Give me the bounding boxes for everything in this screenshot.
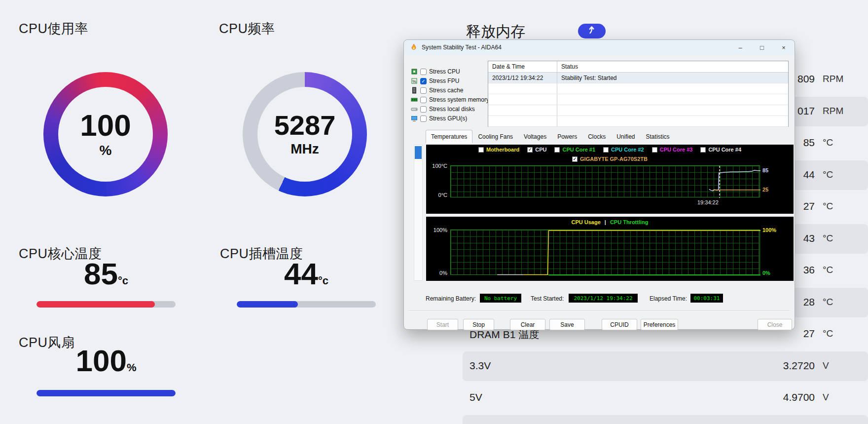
cpu-socket-temp-value: 44 [284,257,318,291]
legend-checkbox[interactable]: ✓ [572,156,578,162]
stress-checkbox[interactable]: ✓ [420,78,427,84]
sensor-unit: °C [823,201,833,212]
graph-scrollbar-thumb[interactable] [415,146,422,159]
cache-chip-icon [411,87,418,94]
cpu-freq-value: 5287 [274,112,336,139]
cpu-socket-temp-unit: °c [318,274,328,287]
log-row-empty [488,83,788,94]
stress-option: Stress CPU [411,67,460,76]
clear-button[interactable]: Clear [510,319,545,330]
series-line [709,170,760,191]
aida64-window: System Stability Test - AIDA64 –□× Stres… [403,39,795,330]
cpu-usage-gauge-text: 100 % [43,72,168,196]
close-button: Close [758,319,792,330]
stress-option: Stress local disks [411,105,475,114]
temp-axis-top: 100°C [432,163,447,169]
log-row[interactable]: 2023/1/12 19:34:22Stability Test: Starte… [488,73,788,83]
log-col-status[interactable]: Status [557,61,788,72]
stop-button[interactable]: Stop [463,319,494,330]
stress-checkbox[interactable] [420,69,427,75]
cpu-freq-gauge: 5287 MHz [243,72,367,196]
minimize-button[interactable]: – [729,40,751,55]
svg-text:%: % [412,79,416,84]
sensor-row [463,415,868,424]
legend-label: CPU Core #2 [611,147,644,153]
window-controls: –□× [729,40,795,55]
legend-checkbox[interactable] [478,147,484,153]
stress-option: Stress GPU(s) [411,114,467,123]
sensor-unit: °C [823,137,833,148]
stress-label: Stress local disks [429,106,475,113]
gpu-monitor-icon [411,115,418,122]
status-label: Elapsed Time: [650,295,687,302]
tab-cooling-fans[interactable]: Cooling Fans [472,131,518,143]
sensor-label: 3.3V [470,360,491,372]
temp-right-label: 25 [762,187,768,193]
legend-checkbox[interactable]: ✓ [527,147,533,153]
legend-label: Motherboard [486,147,519,153]
gpu-legend: ✓GIGABYTE GP-AG70S2TB [426,156,794,162]
log-date: 2023/1/12 19:34:22 [488,73,557,83]
temperature-graph-panel: Motherboard✓CPUCPU Core #1CPU Core #2CPU… [426,145,794,214]
cpu-core-temp-unit: °c [118,274,128,287]
log-table: Date & Time Status 2023/1/12 19:34:22Sta… [488,61,789,127]
cpu-socket-temp-bar-fill [237,301,298,308]
sensor-value: 28 [803,296,815,308]
status-label: Remaining Battery: [426,295,476,302]
tab-voltages[interactable]: Voltages [518,131,552,143]
legend-checkbox[interactable] [554,147,560,153]
usage-graph-title: CPU Usage|CPU Throttling [426,219,794,225]
window-title: System Stability Test - AIDA64 [422,44,502,51]
cpu-socket-temp-value-wrap: 44°c [237,259,376,289]
tab-powers[interactable]: Powers [552,131,582,143]
cpu-fan-bar-fill [36,390,176,396]
legend-checkbox[interactable] [603,147,609,153]
memory-release-button[interactable] [578,24,606,39]
log-row-empty [488,116,788,127]
log-status: Stability Test: Started [557,73,788,83]
log-col-date[interactable]: Date & Time [488,61,557,72]
save-button[interactable]: Save [549,319,585,330]
usage-title-part: CPU Throttling [610,219,649,225]
stress-checkbox[interactable] [420,116,427,122]
cpu-freq-title: CPU频率 [219,20,275,38]
sensor-value: 36 [803,264,815,276]
sensor-unit: °C [823,265,833,275]
legend-label: CPU Core #3 [660,147,693,153]
sensor-unit: RPM [823,74,843,84]
legend-checkbox[interactable] [700,147,706,153]
tab-temperatures[interactable]: Temperatures [426,130,472,143]
sensor-unit: V [823,360,829,371]
memory-release-title: 释放内存 [466,22,525,42]
preferences-button[interactable]: Preferences [641,319,678,330]
maximize-button[interactable]: □ [751,40,773,55]
tab-unified[interactable]: Unified [611,131,640,143]
tab-clocks[interactable]: Clocks [582,131,611,143]
stress-checkbox[interactable] [420,106,427,113]
sensor-unit: V [823,392,829,403]
aida64-titlebar[interactable]: System Stability Test - AIDA64 –□× [404,40,795,55]
stress-option: Stress cache [411,86,463,95]
temperature-legend: Motherboard✓CPUCPU Core #1CPU Core #2CPU… [426,147,794,153]
sensor-unit: °C [823,169,833,180]
legend-checkbox[interactable] [652,147,657,153]
close-button[interactable]: × [773,40,795,55]
legend-item: CPU Core #4 [700,147,741,153]
temp-right-label: 85 [762,167,768,173]
sensor-unit: RPM [823,106,843,116]
temp-axis-bottom: 0°C [438,192,447,198]
cpuid-button[interactable]: CPUID [602,319,637,330]
usage-title-part: | [605,219,606,225]
stress-checkbox[interactable] [420,97,427,103]
tab-statistics[interactable]: Statistics [641,131,675,143]
legend-item: CPU Core #2 [603,147,644,153]
stress-checkbox[interactable] [420,87,427,94]
graph-scrollbar[interactable] [414,145,423,281]
usage-right-top-label: 100% [762,227,776,233]
usage-axis-bottom: 0% [439,270,447,276]
temp-time-label: 19:34:22 [697,199,719,205]
cpu-fan-value: 100 [75,344,126,378]
sensor-value: 85 [803,137,815,149]
sensor-label: 5V [470,391,482,403]
usage-right-bottom-label: 0% [762,270,770,276]
